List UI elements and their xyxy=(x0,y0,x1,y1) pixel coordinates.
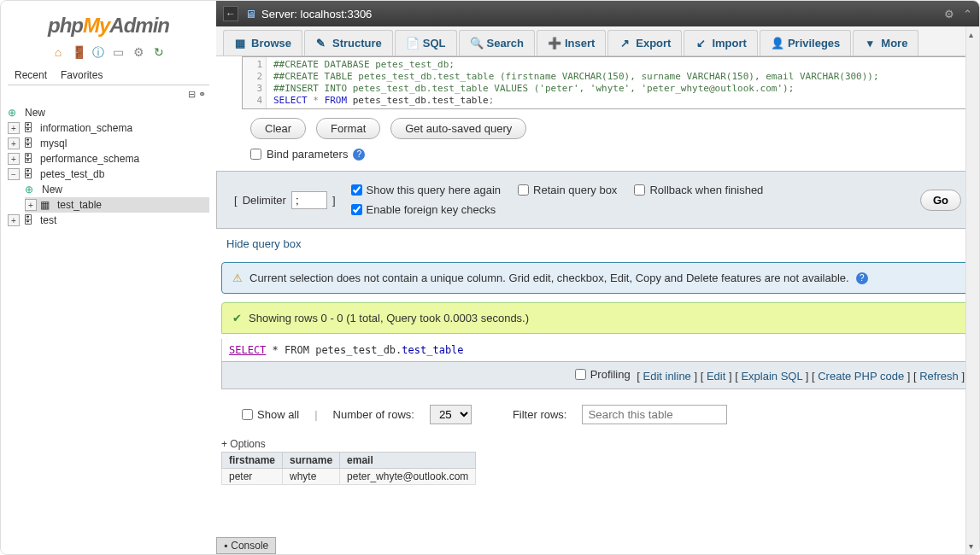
tab-insert[interactable]: ➕Insert xyxy=(537,30,606,56)
go-button[interactable]: Go xyxy=(920,190,961,211)
page-settings-icon[interactable]: ⚙ xyxy=(944,8,954,20)
expand-icon[interactable]: + xyxy=(8,122,20,134)
tab-sql[interactable]: 📄SQL xyxy=(395,30,457,56)
delimiter-input[interactable] xyxy=(291,191,327,209)
sql-code[interactable]: ##CREATE DATABASE petes_test_db; ##CREAT… xyxy=(270,57,971,108)
tabs: ▦Browse ✎Structure 📄SQL 🔍Search ➕Insert … xyxy=(216,26,979,56)
clear-button[interactable]: Clear xyxy=(250,118,306,139)
tree-information-schema[interactable]: +🗄information_schema xyxy=(8,120,209,136)
home-icon[interactable]: ⌂ xyxy=(51,45,65,59)
success-icon: ✔ xyxy=(232,312,242,324)
expand-icon[interactable]: + xyxy=(25,199,37,211)
bind-parameters-row: Bind parameters ? xyxy=(216,148,979,171)
edit-inline-link[interactable]: Edit inline xyxy=(643,370,690,383)
tree-petes-test-db[interactable]: −🗄petes_test_db xyxy=(8,166,209,182)
tab-favorites[interactable]: Favorites xyxy=(54,66,109,85)
col-firstname[interactable]: firstname xyxy=(222,453,283,469)
expand-icon[interactable]: + xyxy=(8,137,20,149)
back-button[interactable]: ← xyxy=(223,6,238,21)
settings-icon[interactable]: ⚙ xyxy=(132,45,145,59)
format-button[interactable]: Format xyxy=(316,118,380,139)
cell-firstname: peter xyxy=(222,469,283,485)
cell-surname: whyte xyxy=(283,469,340,485)
row-options: Show all | Number of rows: 25 Filter row… xyxy=(216,400,979,429)
rollback-checkbox[interactable] xyxy=(634,184,645,196)
privileges-icon: 👤 xyxy=(771,37,783,50)
sql-window-icon[interactable]: ▭ xyxy=(112,45,126,59)
topbar: ← 🖥 Server: localhost:3306 ⚙ ⌃ xyxy=(216,1,979,26)
col-email[interactable]: email xyxy=(340,453,476,469)
link-icon[interactable]: ⚭ xyxy=(198,89,206,99)
tree-mysql[interactable]: +🗄mysql xyxy=(8,136,209,151)
show-again-checkbox[interactable] xyxy=(351,184,362,196)
success-text: Showing rows 0 - 0 (1 total, Query took … xyxy=(249,312,529,324)
logo-my: My xyxy=(83,14,109,37)
num-rows-select[interactable]: 25 xyxy=(430,405,472,424)
tab-more[interactable]: ▾More xyxy=(853,30,918,56)
collapse-icon[interactable]: − xyxy=(8,168,20,180)
tab-export[interactable]: ↗Export xyxy=(607,30,682,56)
col-surname[interactable]: surname xyxy=(283,453,340,469)
reload-icon[interactable]: ↻ xyxy=(152,45,166,59)
docs-icon[interactable]: ⓘ xyxy=(91,45,105,59)
query-options-panel: [ Delimiter ] Show this query here again… xyxy=(216,171,979,229)
plus-options-link[interactable]: + Options xyxy=(216,429,979,452)
tree-test-table[interactable]: +▦test_table xyxy=(25,197,209,213)
search-icon: 🔍 xyxy=(470,37,482,50)
tab-recent[interactable]: Recent xyxy=(8,66,54,85)
export-icon: ↗ xyxy=(619,37,631,50)
retain-checkbox[interactable] xyxy=(518,184,529,196)
show-all-option[interactable]: Show all xyxy=(242,408,299,421)
tab-search[interactable]: 🔍Search xyxy=(459,30,535,56)
tree-controls: ⊟ ⚭ xyxy=(1,85,216,103)
tab-privileges[interactable]: 👤Privileges xyxy=(760,30,851,56)
logout-icon[interactable]: 🚪 xyxy=(72,45,85,59)
hide-query-link[interactable]: Hide query box xyxy=(226,237,301,250)
explain-sql-link[interactable]: Explain SQL xyxy=(741,370,802,383)
logo-admin: Admin xyxy=(109,14,169,37)
rollback-option[interactable]: Rollback when finished xyxy=(634,184,763,196)
query-display: SELECT * FROM petes_test_db.test_table xyxy=(221,339,974,361)
notice-text: Current selection does not contain a uni… xyxy=(249,272,849,284)
db-tree: ⊕New +🗄information_schema +🗄mysql +🗄perf… xyxy=(1,103,216,554)
warning-icon: ⚠ xyxy=(232,272,243,284)
auto-saved-button[interactable]: Get auto-saved query xyxy=(390,118,526,139)
db-icon: 🗄 xyxy=(23,168,37,180)
new-table-icon: ⊕ xyxy=(25,184,38,196)
refresh-link[interactable]: Refresh xyxy=(919,370,959,383)
tree-petes-new[interactable]: ⊕New xyxy=(25,182,209,197)
db-icon: 🗄 xyxy=(23,122,37,134)
expand-icon[interactable]: + xyxy=(8,153,20,165)
import-icon: ↙ xyxy=(695,37,707,50)
show-all-checkbox[interactable] xyxy=(242,409,253,420)
tab-browse[interactable]: ▦Browse xyxy=(223,30,302,56)
help-icon[interactable]: ? xyxy=(856,272,868,284)
logo-php: php xyxy=(48,14,83,37)
tab-import[interactable]: ↙Import xyxy=(684,30,757,56)
fk-option[interactable]: Enable foreign key checks xyxy=(351,203,496,216)
fk-checkbox[interactable] xyxy=(351,204,362,215)
expand-icon[interactable]: + xyxy=(8,214,20,226)
edit-link[interactable]: Edit xyxy=(707,370,725,383)
sql-editor[interactable]: 1234 ##CREATE DATABASE petes_test_db; ##… xyxy=(242,56,972,109)
profiling-checkbox[interactable] xyxy=(575,369,586,380)
new-db-icon: ⊕ xyxy=(8,107,21,119)
table-icon: ▦ xyxy=(40,199,54,211)
tree-performance-schema[interactable]: +🗄performance_schema xyxy=(8,151,209,166)
tab-structure[interactable]: ✎Structure xyxy=(304,30,393,56)
collapse-top-icon[interactable]: ⌃ xyxy=(963,8,972,20)
filter-input[interactable] xyxy=(582,405,727,424)
delimiter-group: [ Delimiter ] xyxy=(234,191,336,209)
console-toggle[interactable]: ▪ Console xyxy=(216,537,276,554)
insert-icon: ➕ xyxy=(548,37,560,50)
num-rows-label: Number of rows: xyxy=(333,408,414,421)
tree-new[interactable]: ⊕New xyxy=(8,105,209,120)
collapse-all-icon[interactable]: ⊟ xyxy=(188,89,196,99)
retain-option[interactable]: Retain query box xyxy=(518,184,617,196)
bind-parameters-checkbox[interactable] xyxy=(250,149,261,160)
create-php-link[interactable]: Create PHP code xyxy=(818,370,904,383)
tree-test[interactable]: +🗄test xyxy=(8,213,209,228)
help-icon[interactable]: ? xyxy=(353,149,365,161)
show-again-option[interactable]: Show this query here again xyxy=(351,184,502,196)
scrollbar[interactable] xyxy=(965,26,979,554)
